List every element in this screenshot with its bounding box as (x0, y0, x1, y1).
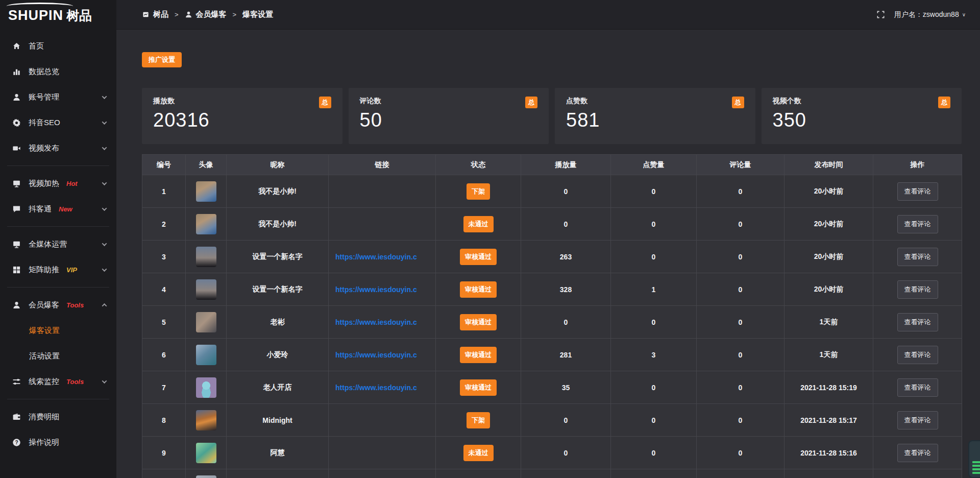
cell-id: 9 (142, 437, 186, 469)
chevron-down-icon (102, 119, 107, 125)
status-badge: 未通过 (463, 445, 494, 461)
sidebar-item-douketong[interactable]: 抖客通New (0, 196, 116, 222)
table-row: 1我不是小帅!下架00020小时前查看评论 (142, 175, 962, 208)
cell-id (142, 469, 186, 478)
sidebar-item-omni-media[interactable]: 全媒体运营 (0, 231, 116, 257)
cell-status (436, 469, 521, 478)
sidebar-item-home[interactable]: 首页 (0, 33, 116, 59)
sidebar-item-tag: VIP (66, 266, 77, 274)
video-link[interactable]: https://www.iesdouyin.c (335, 253, 417, 261)
chevron-down-icon (102, 180, 107, 185)
sidebar-item-label: 视频加热 (29, 179, 59, 188)
view-comments-button[interactable]: 查看评论 (897, 182, 938, 201)
cell-comments: 0 (697, 371, 785, 404)
view-comments-button[interactable]: 查看评论 (897, 444, 938, 462)
divider (7, 399, 109, 399)
cell-comments: 0 (697, 175, 785, 208)
sidebar-item-label: 全媒体运营 (29, 240, 67, 249)
sliders-icon (12, 377, 21, 386)
user-menu-caret-icon[interactable]: ∨ (962, 12, 966, 17)
table-row: 5老彬https://www.iesdouyin.c审核通过0001天前查看评论 (142, 306, 962, 339)
cell-plays: 281 (521, 339, 611, 371)
status-badge: 下架 (467, 412, 490, 428)
cell-link: https://www.iesdouyin.c (329, 371, 436, 404)
username-value: zswodun88 (923, 10, 959, 18)
breadcrumb-item-member-baoke[interactable]: 会员爆客 (185, 10, 227, 19)
cell-nickname: 小爱玲 (227, 339, 329, 371)
sidebar-item-video-heat[interactable]: 视频加热Hot (0, 171, 116, 196)
view-comments-button[interactable]: 查看评论 (897, 346, 938, 364)
cell-link (329, 437, 436, 469)
cell-action: 查看评论 (873, 241, 962, 273)
bubble-icon (12, 205, 21, 213)
sidebar-subitem-activity-settings[interactable]: 活动设置 (0, 343, 116, 369)
cell-id: 5 (142, 306, 186, 339)
cell-status: 下架 (436, 175, 521, 208)
status-badge: 审核通过 (460, 281, 497, 298)
cell-action: 查看评论 (873, 371, 962, 404)
wallet-icon (12, 413, 21, 421)
chevron-up-icon (102, 303, 107, 308)
sidebar-item-operation-guide[interactable]: ?操作说明 (0, 429, 116, 455)
sidebar-item-douyin-seo[interactable]: 抖音SEO (0, 110, 116, 135)
sidebar-item-matrix-boost[interactable]: 矩阵助推VIP (0, 257, 116, 282)
username-prefix: 用户名： (894, 10, 923, 18)
cell-time: 20小时前 (785, 208, 873, 241)
promotion-settings-button[interactable]: 推广设置 (142, 52, 182, 67)
view-comments-button[interactable]: 查看评论 (897, 411, 938, 429)
video-link[interactable]: https://www.iesdouyin.c (335, 285, 417, 294)
sidebar-item-account-management[interactable]: 账号管理 (0, 84, 116, 110)
sidebar-item-consume-detail[interactable]: 消费明细 (0, 404, 116, 429)
sidebar-item-member-baoke[interactable]: 会员爆客Tools (0, 292, 116, 318)
sidebar-item-label: 消费明细 (29, 412, 59, 422)
sidebar-item-label: 抖音SEO (29, 118, 60, 128)
cell-nickname: 我不是小帅! (227, 175, 329, 208)
breadcrumb-item-shupin[interactable]: 树品 (142, 10, 168, 19)
stat-value: 581 (566, 109, 744, 131)
cell-time (785, 469, 873, 478)
breadcrumb-label: 爆客设置 (242, 10, 273, 19)
sidebar-item-video-publish[interactable]: 视频发布 (0, 135, 116, 161)
view-comments-button[interactable]: 查看评论 (897, 378, 938, 397)
cell-likes: 0 (611, 208, 697, 241)
sidebar-subitem-baoke-settings[interactable]: 爆客设置 (0, 318, 116, 343)
avatar (196, 247, 216, 267)
monitor-icon (12, 179, 21, 188)
breadcrumb-item-baoke-settings[interactable]: 爆客设置 (242, 10, 273, 19)
breadcrumb-separator: > (175, 11, 179, 18)
videos-table-wrap: 编号头像昵称链接状态播放量点赞量评论量发布时间操作 1我不是小帅!下架00020… (142, 154, 962, 478)
fullscreen-icon[interactable] (876, 10, 885, 19)
username[interactable]: 用户名：zswodun88 (894, 10, 959, 19)
avatar (196, 410, 216, 431)
cell-id: 6 (142, 339, 186, 371)
cell-status: 未通过 (436, 437, 521, 469)
cell-time: 20小时前 (785, 241, 873, 273)
sidebar-item-data-overview[interactable]: 数据总览 (0, 59, 116, 84)
view-comments-button[interactable]: 查看评论 (897, 313, 938, 331)
cell-status: 审核通过 (436, 371, 521, 404)
cell-comments: 0 (697, 241, 785, 273)
sidebar-item-clue-monitor[interactable]: 线索监控Tools (0, 369, 116, 394)
cell-action: 查看评论 (873, 437, 962, 469)
view-comments-button[interactable]: 查看评论 (897, 248, 938, 266)
cell-link (329, 175, 436, 208)
cell-status: 审核通过 (436, 273, 521, 306)
video-link[interactable]: https://www.iesdouyin.c (335, 318, 417, 326)
gear-icon (12, 118, 21, 127)
view-comments-button[interactable]: 查看评论 (897, 280, 938, 299)
table-header-row: 编号头像昵称链接状态播放量点赞量评论量发布时间操作 (142, 155, 962, 175)
cell-comments: 0 (697, 306, 785, 339)
cell-avatar (186, 437, 227, 469)
cell-nickname: 阿慧 (227, 437, 329, 469)
cell-nickname: 我不是小帅! (227, 208, 329, 241)
cell-avatar (186, 208, 227, 241)
video-link[interactable]: https://www.iesdouyin.c (335, 384, 417, 392)
cell-plays: 0 (521, 306, 611, 339)
stat-card-videos: 视频个数 总 350 (762, 88, 962, 144)
app-logo[interactable]: SHUPIN树品 (0, 0, 116, 29)
total-badge: 总 (319, 97, 331, 108)
floating-widget[interactable] (968, 440, 980, 478)
view-comments-button[interactable]: 查看评论 (897, 215, 938, 233)
stat-value: 20316 (153, 109, 331, 131)
video-link[interactable]: https://www.iesdouyin.c (335, 351, 417, 359)
